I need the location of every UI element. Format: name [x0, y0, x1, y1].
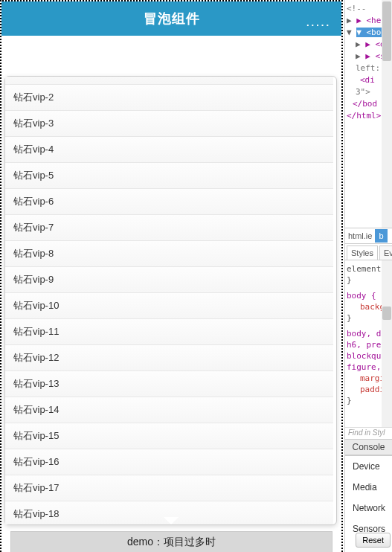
css-property[interactable]: margin — [347, 373, 380, 384]
css-line: } — [347, 275, 380, 286]
reset-button[interactable]: Reset — [356, 533, 391, 548]
dom-line[interactable]: 3"> — [356, 87, 370, 97]
list-item[interactable]: 钻石vip-5 — [5, 163, 333, 189]
list-item[interactable]: 钻石vip-12 — [5, 345, 333, 371]
dom-line[interactable]: <di — [360, 75, 375, 85]
dom-scrollbar[interactable] — [382, 0, 392, 228]
list-item[interactable]: 钻石vip-8 — [5, 241, 333, 267]
list-item[interactable]: 钻石vip-11 — [5, 319, 333, 345]
list-item[interactable]: 钻石vip-14 — [5, 397, 333, 423]
list-item[interactable]: 钻石vip-7 — [5, 215, 333, 241]
dom-line[interactable]: <!-- — [347, 4, 367, 13]
top-bar: 冒泡组件 ..... — [1, 1, 341, 36]
demo-button[interactable]: demo：项目过多时 — [10, 531, 332, 552]
css-selector[interactable]: body { — [347, 290, 380, 301]
list-item[interactable]: 钻石vip-13 — [5, 371, 333, 397]
dom-line[interactable]: </bod — [353, 99, 377, 109]
list-item[interactable]: 钻石vip-15 — [5, 423, 333, 449]
tab-eventlisteners[interactable]: Ev — [379, 245, 392, 260]
devtools-panel: <!-- ▶ ▶ <head ▼ ▼ <body ▶ ▶ <di ▶ ▶ <se… — [344, 0, 392, 552]
list-item[interactable]: 钻石vip-1 — [5, 77, 333, 85]
list-item[interactable]: 钻石vip-4 — [5, 137, 333, 163]
styles-scrollbar-thumb[interactable] — [382, 307, 391, 320]
list-item[interactable]: 钻石vip-16 — [5, 449, 333, 475]
css-property[interactable]: padding — [347, 384, 380, 395]
breadcrumb-item-active[interactable]: b — [375, 229, 387, 243]
styles-pane[interactable]: element.s } body { backgro } body, div h… — [345, 260, 382, 427]
breadcrumb-item[interactable]: html.ie — [345, 229, 375, 243]
bubble-popover: 钻石vip-1钻石vip-2钻石vip-3钻石vip-4钻石vip-5钻石vip… — [4, 76, 337, 525]
app-viewport: 冒泡组件 ..... 钻石vip-1钻石vip-2钻石vip-3钻石vip-4钻… — [0, 0, 343, 552]
css-line[interactable]: element.s — [347, 263, 380, 275]
dom-line[interactable]: left: — [356, 63, 380, 73]
emulation-device[interactable]: Device — [345, 456, 392, 477]
css-line: } — [347, 395, 380, 406]
page-title: 冒泡组件 — [144, 10, 200, 28]
css-selector[interactable]: figure, f — [347, 362, 380, 373]
overflow-menu-icon[interactable]: ..... — [306, 17, 331, 28]
popover-scroll-list[interactable]: 钻石vip-1钻石vip-2钻石vip-3钻石vip-4钻石vip-5钻石vip… — [5, 77, 333, 524]
console-drawer-tab[interactable]: Console — [345, 439, 392, 455]
list-item[interactable]: 钻石vip-17 — [5, 475, 333, 501]
emulation-media[interactable]: Media — [345, 477, 392, 498]
css-property[interactable]: backgro — [347, 301, 380, 312]
styles-scrollbar[interactable] — [382, 260, 392, 427]
dom-line[interactable]: </html> — [347, 111, 381, 121]
tab-styles[interactable]: Styles — [347, 245, 378, 260]
emulation-drawer: Device Media Network Sensors Reset — [345, 455, 392, 552]
breadcrumb: html.ie b — [345, 228, 392, 244]
list-item[interactable]: 钻石vip-10 — [5, 293, 333, 319]
list-item[interactable]: 钻石vip-18 — [5, 501, 333, 524]
list-item[interactable]: 钻石vip-6 — [5, 189, 333, 215]
find-in-styles-input[interactable]: Find in Styl — [345, 427, 392, 439]
list-item[interactable]: 钻石vip-2 — [5, 85, 333, 111]
css-line: } — [347, 312, 380, 324]
emulation-network[interactable]: Network — [345, 498, 392, 519]
css-selector[interactable]: h6, pre, — [347, 339, 380, 350]
dom-scrollbar-thumb[interactable] — [382, 1, 391, 61]
css-selector[interactable]: body, div — [347, 328, 380, 339]
list-item[interactable]: 钻石vip-3 — [5, 111, 333, 137]
css-selector[interactable]: blockquot — [347, 350, 380, 362]
styles-tabs: Styles Ev — [345, 244, 392, 260]
list-item[interactable]: 钻石vip-9 — [5, 267, 333, 293]
